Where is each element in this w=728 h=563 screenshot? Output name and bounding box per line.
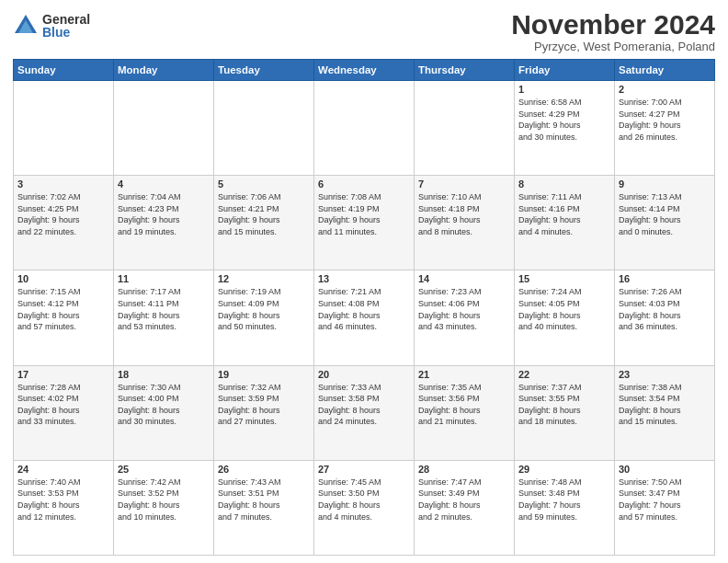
day-info: Sunrise: 7:28 AM Sunset: 4:02 PM Dayligh… bbox=[17, 382, 109, 428]
day-number: 12 bbox=[218, 273, 310, 284]
calendar-cell: 28Sunrise: 7:47 AM Sunset: 3:49 PM Dayli… bbox=[415, 460, 515, 555]
col-tuesday: Tuesday bbox=[214, 60, 314, 81]
day-info: Sunrise: 7:35 AM Sunset: 3:56 PM Dayligh… bbox=[418, 382, 510, 428]
day-number: 24 bbox=[17, 464, 109, 475]
day-info: Sunrise: 7:24 AM Sunset: 4:05 PM Dayligh… bbox=[518, 286, 610, 332]
day-info: Sunrise: 7:42 AM Sunset: 3:52 PM Dayligh… bbox=[118, 477, 210, 523]
day-info: Sunrise: 7:37 AM Sunset: 3:55 PM Dayligh… bbox=[518, 382, 610, 428]
day-number: 26 bbox=[218, 464, 310, 475]
day-number: 13 bbox=[318, 273, 410, 284]
logo-general-label: General bbox=[42, 13, 90, 26]
calendar-cell: 9Sunrise: 7:13 AM Sunset: 4:14 PM Daylig… bbox=[615, 176, 715, 270]
calendar-cell: 26Sunrise: 7:43 AM Sunset: 3:51 PM Dayli… bbox=[214, 460, 314, 555]
calendar-week-3: 17Sunrise: 7:28 AM Sunset: 4:02 PM Dayli… bbox=[14, 365, 715, 460]
day-number: 18 bbox=[118, 369, 210, 380]
day-number: 7 bbox=[418, 178, 510, 190]
calendar-week-2: 10Sunrise: 7:15 AM Sunset: 4:12 PM Dayli… bbox=[14, 270, 715, 365]
calendar-cell: 2Sunrise: 7:00 AM Sunset: 4:27 PM Daylig… bbox=[615, 81, 715, 176]
day-number: 4 bbox=[118, 178, 210, 190]
logo-text: General Blue bbox=[42, 13, 90, 39]
day-info: Sunrise: 7:19 AM Sunset: 4:09 PM Dayligh… bbox=[218, 286, 310, 332]
col-thursday: Thursday bbox=[415, 60, 515, 81]
calendar-header: Sunday Monday Tuesday Wednesday Thursday… bbox=[14, 60, 715, 81]
calendar-cell: 19Sunrise: 7:32 AM Sunset: 3:59 PM Dayli… bbox=[214, 365, 314, 460]
day-number: 5 bbox=[218, 178, 310, 190]
day-number: 1 bbox=[518, 84, 610, 95]
calendar-cell: 20Sunrise: 7:33 AM Sunset: 3:58 PM Dayli… bbox=[314, 365, 415, 460]
header-row: Sunday Monday Tuesday Wednesday Thursday… bbox=[14, 60, 715, 81]
calendar-cell: 29Sunrise: 7:48 AM Sunset: 3:48 PM Dayli… bbox=[515, 460, 615, 555]
calendar-cell: 18Sunrise: 7:30 AM Sunset: 4:00 PM Dayli… bbox=[114, 365, 214, 460]
calendar-cell bbox=[214, 81, 314, 176]
calendar-cell: 8Sunrise: 7:11 AM Sunset: 4:16 PM Daylig… bbox=[515, 176, 615, 270]
day-number: 16 bbox=[619, 273, 711, 284]
day-info: Sunrise: 7:23 AM Sunset: 4:06 PM Dayligh… bbox=[418, 286, 510, 332]
day-number: 17 bbox=[17, 369, 109, 380]
day-info: Sunrise: 7:17 AM Sunset: 4:11 PM Dayligh… bbox=[118, 286, 210, 332]
day-number: 25 bbox=[118, 464, 210, 475]
calendar-cell: 30Sunrise: 7:50 AM Sunset: 3:47 PM Dayli… bbox=[615, 460, 715, 555]
calendar-cell bbox=[314, 81, 415, 176]
day-info: Sunrise: 7:50 AM Sunset: 3:47 PM Dayligh… bbox=[619, 477, 711, 523]
col-wednesday: Wednesday bbox=[314, 60, 415, 81]
calendar-cell: 10Sunrise: 7:15 AM Sunset: 4:12 PM Dayli… bbox=[14, 270, 114, 365]
col-friday: Friday bbox=[515, 60, 615, 81]
day-info: Sunrise: 7:02 AM Sunset: 4:25 PM Dayligh… bbox=[17, 191, 109, 237]
calendar-cell: 12Sunrise: 7:19 AM Sunset: 4:09 PM Dayli… bbox=[214, 270, 314, 365]
day-info: Sunrise: 7:45 AM Sunset: 3:50 PM Dayligh… bbox=[318, 477, 410, 523]
day-info: Sunrise: 7:38 AM Sunset: 3:54 PM Dayligh… bbox=[619, 382, 711, 428]
day-number: 8 bbox=[518, 178, 610, 190]
day-info: Sunrise: 7:08 AM Sunset: 4:19 PM Dayligh… bbox=[318, 191, 410, 237]
day-info: Sunrise: 6:58 AM Sunset: 4:29 PM Dayligh… bbox=[518, 97, 610, 143]
calendar-cell: 23Sunrise: 7:38 AM Sunset: 3:54 PM Dayli… bbox=[615, 365, 715, 460]
day-number: 14 bbox=[418, 273, 510, 284]
calendar-cell: 11Sunrise: 7:17 AM Sunset: 4:11 PM Dayli… bbox=[114, 270, 214, 365]
day-info: Sunrise: 7:04 AM Sunset: 4:23 PM Dayligh… bbox=[118, 191, 210, 237]
day-number: 11 bbox=[118, 273, 210, 284]
day-number: 10 bbox=[17, 273, 109, 284]
day-info: Sunrise: 7:11 AM Sunset: 4:16 PM Dayligh… bbox=[518, 191, 610, 237]
logo-blue-label: Blue bbox=[42, 26, 90, 39]
title-section: November 2024 Pyrzyce, West Pomerania, P… bbox=[511, 9, 715, 53]
calendar-cell: 4Sunrise: 7:04 AM Sunset: 4:23 PM Daylig… bbox=[114, 176, 214, 270]
calendar-cell bbox=[415, 81, 515, 176]
calendar-cell: 1Sunrise: 6:58 AM Sunset: 4:29 PM Daylig… bbox=[515, 81, 615, 176]
logo: General Blue bbox=[13, 13, 90, 39]
day-info: Sunrise: 7:30 AM Sunset: 4:00 PM Dayligh… bbox=[118, 382, 210, 428]
day-info: Sunrise: 7:32 AM Sunset: 3:59 PM Dayligh… bbox=[218, 382, 310, 428]
calendar-cell: 14Sunrise: 7:23 AM Sunset: 4:06 PM Dayli… bbox=[415, 270, 515, 365]
calendar-table: Sunday Monday Tuesday Wednesday Thursday… bbox=[13, 59, 715, 556]
calendar-cell: 21Sunrise: 7:35 AM Sunset: 3:56 PM Dayli… bbox=[415, 365, 515, 460]
day-info: Sunrise: 7:40 AM Sunset: 3:53 PM Dayligh… bbox=[17, 477, 109, 523]
calendar-cell: 6Sunrise: 7:08 AM Sunset: 4:19 PM Daylig… bbox=[314, 176, 415, 270]
day-number: 20 bbox=[318, 369, 410, 380]
day-number: 22 bbox=[518, 369, 610, 380]
day-number: 3 bbox=[17, 178, 109, 190]
day-info: Sunrise: 7:26 AM Sunset: 4:03 PM Dayligh… bbox=[619, 286, 711, 332]
calendar-cell bbox=[14, 81, 114, 176]
day-number: 15 bbox=[518, 273, 610, 284]
calendar-cell: 3Sunrise: 7:02 AM Sunset: 4:25 PM Daylig… bbox=[14, 176, 114, 270]
day-info: Sunrise: 7:13 AM Sunset: 4:14 PM Dayligh… bbox=[619, 191, 711, 237]
day-number: 29 bbox=[518, 464, 610, 475]
calendar-cell: 13Sunrise: 7:21 AM Sunset: 4:08 PM Dayli… bbox=[314, 270, 415, 365]
calendar-cell: 16Sunrise: 7:26 AM Sunset: 4:03 PM Dayli… bbox=[615, 270, 715, 365]
month-title: November 2024 bbox=[511, 9, 715, 40]
calendar-body: 1Sunrise: 6:58 AM Sunset: 4:29 PM Daylig… bbox=[14, 81, 715, 556]
day-number: 30 bbox=[619, 464, 711, 475]
calendar-cell: 24Sunrise: 7:40 AM Sunset: 3:53 PM Dayli… bbox=[14, 460, 114, 555]
calendar-week-4: 24Sunrise: 7:40 AM Sunset: 3:53 PM Dayli… bbox=[14, 460, 715, 555]
location-subtitle: Pyrzyce, West Pomerania, Poland bbox=[511, 40, 715, 53]
calendar-cell: 17Sunrise: 7:28 AM Sunset: 4:02 PM Dayli… bbox=[14, 365, 114, 460]
day-info: Sunrise: 7:43 AM Sunset: 3:51 PM Dayligh… bbox=[218, 477, 310, 523]
col-sunday: Sunday bbox=[14, 60, 114, 81]
day-info: Sunrise: 7:48 AM Sunset: 3:48 PM Dayligh… bbox=[518, 477, 610, 523]
day-number: 19 bbox=[218, 369, 310, 380]
day-info: Sunrise: 7:47 AM Sunset: 3:49 PM Dayligh… bbox=[418, 477, 510, 523]
logo-icon bbox=[13, 13, 39, 39]
day-info: Sunrise: 7:00 AM Sunset: 4:27 PM Dayligh… bbox=[619, 97, 711, 143]
day-number: 23 bbox=[619, 369, 711, 380]
calendar-cell bbox=[114, 81, 214, 176]
page: General Blue November 2024 Pyrzyce, West… bbox=[0, 0, 728, 563]
day-info: Sunrise: 7:33 AM Sunset: 3:58 PM Dayligh… bbox=[318, 382, 410, 428]
